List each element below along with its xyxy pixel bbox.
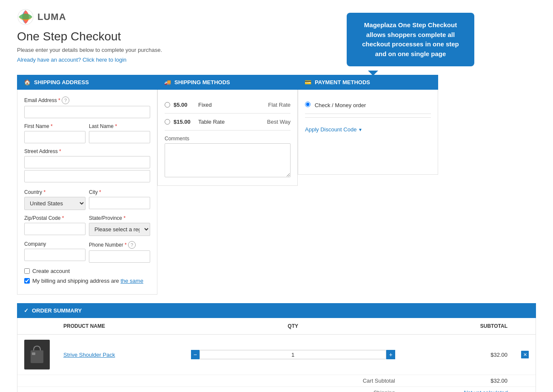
billing-same-row: My billing and shipping address are the … <box>24 278 150 284</box>
checkmark-icon: ✓ <box>24 307 29 314</box>
col-delete <box>514 318 536 335</box>
product-price-cell: $32.00 <box>402 335 514 375</box>
billing-same-label: My billing and shipping address are the … <box>32 278 143 284</box>
shipping-methods-section: 🚚 SHIPPING METHODS $5.00 Fixed Flat Rate… <box>157 75 298 295</box>
city-input[interactable] <box>89 197 150 209</box>
promo-bubble: Mageplaza One Step Checkout allows shopp… <box>347 13 474 66</box>
shipping-label-fixed: Flat Rate <box>268 102 291 108</box>
shipping-type-table: Table Rate <box>198 119 264 125</box>
first-name-input[interactable] <box>24 131 86 143</box>
country-select[interactable]: United States Canada United Kingdom <box>24 197 86 210</box>
product-price: $32.00 <box>490 352 507 358</box>
payment-check-label: Check / Money order <box>315 102 366 108</box>
shipping-address-header: 🏠 SHIPPING ADDRESS <box>17 75 157 90</box>
shipping-radio-table[interactable] <box>165 119 170 125</box>
company-phone-row: Company Phone Number * ? <box>24 241 150 263</box>
shipping-methods-header: 🚚 SHIPPING METHODS <box>157 75 298 90</box>
billing-same-link[interactable]: the same <box>120 278 143 284</box>
last-name-label: Last Name * <box>89 123 150 129</box>
order-item-row: Strive Shoulder Pack − + $32.00 <box>17 335 536 375</box>
bag-icon <box>29 344 46 365</box>
order-table: PRODUCT NAME QTY SUBTOTAL <box>17 318 536 392</box>
payment-option-check: Check / Money order <box>305 97 431 114</box>
col-product: PRODUCT NAME <box>57 318 184 335</box>
qty-increase-button[interactable]: + <box>386 350 395 359</box>
product-name-cell: Strive Shoulder Pack <box>57 335 184 375</box>
qty-decrease-button[interactable]: − <box>191 350 200 359</box>
city-group: City * <box>89 189 150 210</box>
shipping-option-fixed: $5.00 Fixed Flat Rate <box>165 97 291 114</box>
house-icon: 🏠 <box>24 79 31 85</box>
shipping-address-section: 🏠 SHIPPING ADDRESS Email Address * ? Fir… <box>17 75 157 295</box>
company-label: Company <box>24 241 86 247</box>
cart-subtotal-row: Cart Subtotal $32.00 <box>17 375 536 387</box>
shipping-label: Shipping <box>184 387 402 392</box>
svg-rect-2 <box>32 352 35 355</box>
cart-subtotal-value: $32.00 <box>402 375 514 387</box>
shipping-radio-fixed[interactable] <box>165 102 170 108</box>
comments-textarea[interactable] <box>165 143 291 177</box>
phone-input[interactable] <box>89 250 150 263</box>
last-name-input[interactable] <box>89 131 150 143</box>
product-image-cell <box>17 335 57 375</box>
chevron-down-icon: ▾ <box>359 127 362 133</box>
login-link[interactable]: Already have an account? Click here to l… <box>17 57 126 63</box>
state-group: State/Province * Please select a region … <box>89 215 150 236</box>
qty-input[interactable] <box>200 350 387 359</box>
shipping-value: Not yet calculated <box>402 387 514 392</box>
phone-label: Phone Number * ? <box>89 241 150 249</box>
state-label: State/Province * <box>89 215 150 221</box>
truck-icon: 🚚 <box>164 79 171 85</box>
payment-methods-section: 💳 PAYMENT METHODS Check / Money order Ap… <box>298 75 438 295</box>
cart-subtotal-label: Cart Subtotal <box>184 375 402 387</box>
comments-section: Comments <box>165 136 291 179</box>
discount-label: Apply Discount Code <box>305 126 356 133</box>
company-input[interactable] <box>24 249 86 261</box>
payment-methods-header: 💳 PAYMENT METHODS <box>298 75 438 90</box>
zip-input[interactable] <box>24 223 86 235</box>
shipping-type-fixed: Fixed <box>198 102 265 108</box>
page-subtitle: Please enter your details below to compl… <box>17 47 268 53</box>
product-qty-cell: − + <box>184 335 402 375</box>
phone-group: Phone Number * ? <box>89 241 150 263</box>
country-city-row: Country * United States Canada United Ki… <box>24 189 150 210</box>
comments-label: Comments <box>165 136 291 142</box>
discount-row[interactable]: Apply Discount Code ▾ <box>305 121 431 138</box>
page-title: One Step Checkout <box>17 30 268 43</box>
state-select[interactable]: Please select a region Alabama Alaska Ca… <box>89 223 150 236</box>
city-label: City * <box>89 189 150 195</box>
first-name-label: First Name * <box>24 123 86 129</box>
zip-label: Zip/Postal Code * <box>24 215 86 221</box>
card-icon: 💳 <box>305 79 311 85</box>
create-account-checkbox[interactable] <box>24 268 30 274</box>
delete-item-button[interactable]: ✕ <box>521 351 529 358</box>
shipping-row: Shipping Not yet calculated <box>17 387 536 392</box>
country-label: Country * <box>24 189 86 195</box>
zip-group: Zip/Postal Code * <box>24 215 86 236</box>
logo-text: LUMA <box>37 11 66 23</box>
billing-same-checkbox[interactable] <box>24 278 30 284</box>
street-input-2[interactable] <box>24 170 150 182</box>
email-input[interactable] <box>24 106 150 118</box>
country-group: Country * United States Canada United Ki… <box>24 189 86 210</box>
name-row: First Name * Last Name * <box>24 123 150 143</box>
shipping-option-table: $15.00 Table Rate Best Way <box>165 114 291 131</box>
col-qty: QTY <box>184 318 402 335</box>
logo: LUMA <box>17 9 268 26</box>
col-image <box>17 318 57 335</box>
street-label: Street Address * <box>24 148 150 154</box>
create-account-row: Create account <box>24 268 150 274</box>
shipping-label-table: Best Way <box>267 119 291 125</box>
phone-help-icon[interactable]: ? <box>128 241 136 249</box>
product-name-link[interactable]: Strive Shoulder Pack <box>63 352 115 358</box>
street-input-1[interactable] <box>24 156 150 168</box>
email-help-icon[interactable]: ? <box>62 97 69 104</box>
company-group: Company <box>24 241 86 263</box>
col-subtotal: SUBTOTAL <box>402 318 514 335</box>
shipping-price-fixed: $5.00 <box>174 102 195 108</box>
logo-icon <box>17 9 34 26</box>
payment-radio-check[interactable] <box>305 102 311 107</box>
last-name-group: Last Name * <box>89 123 150 143</box>
email-group: Email Address * ? <box>24 97 150 118</box>
product-image <box>24 340 50 369</box>
